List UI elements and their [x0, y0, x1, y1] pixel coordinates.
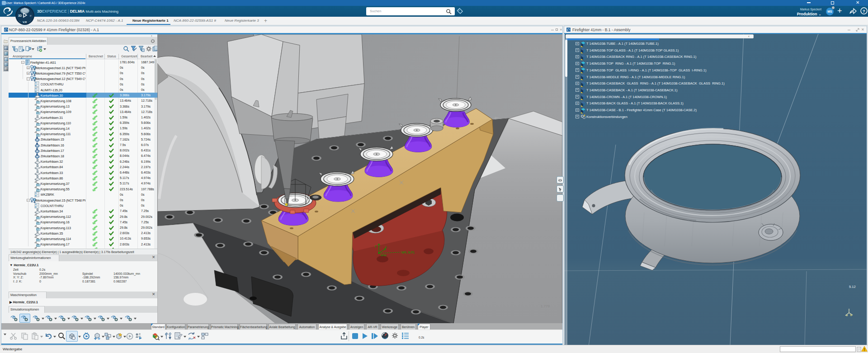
svg-text:V.R: V.R: [23, 21, 27, 24]
svg-text:NPL.N.P1: NPL.N.P1: [401, 251, 415, 254]
svg-text:1.779: 1.779: [541, 304, 550, 308]
svg-text:5.12: 5.12: [849, 285, 856, 289]
svg-text:3D: 3D: [18, 14, 22, 17]
svg-text:?: ?: [863, 9, 865, 14]
svg-text:RPM: RPM: [381, 254, 387, 257]
svg-text:µ: µ: [30, 14, 32, 17]
svg-text:z: z: [375, 245, 376, 248]
